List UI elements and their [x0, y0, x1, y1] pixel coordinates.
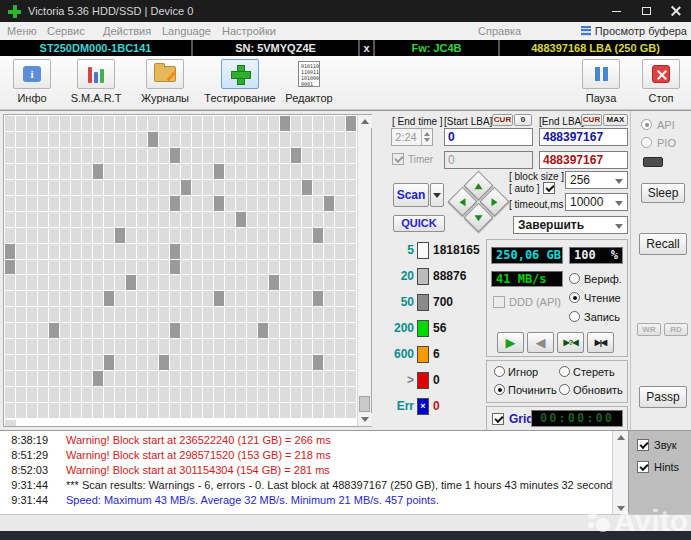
- action-label: Стереть: [573, 366, 615, 378]
- block-map-grid[interactable]: [4, 115, 357, 419]
- auto-checkbox[interactable]: [543, 182, 555, 194]
- rd-button[interactable]: RD: [664, 323, 688, 336]
- mode-label: Вериф.: [584, 273, 622, 285]
- grid-timer-box: Grid 00:00:00: [486, 406, 628, 431]
- ddd-checkbox[interactable]: [493, 296, 505, 308]
- log-scroll-up-icon[interactable]: [613, 431, 628, 444]
- log-time: 8:52:03: [0, 463, 48, 478]
- pio-radio[interactable]: [641, 137, 652, 148]
- progress-percent-display: 100%: [569, 247, 623, 264]
- scan-dropdown-button[interactable]: [430, 183, 444, 207]
- sound-option[interactable]: Звук: [637, 439, 677, 451]
- device-serial: SN: 5VMYQZ4E: [193, 40, 360, 56]
- legend-threshold-label: 600: [388, 347, 414, 361]
- log-entry: 8:38:19Warning! Block start at 236522240…: [0, 433, 610, 448]
- test-cross-icon: [230, 64, 250, 84]
- legend-color-block: [417, 294, 429, 311]
- close-icon: [671, 6, 681, 16]
- start-lba-zero-button[interactable]: 0: [514, 114, 532, 126]
- info-button[interactable]: i Инфо: [0, 59, 64, 104]
- timer-input[interactable]: 0: [444, 151, 533, 169]
- scrollbar-thumb[interactable]: [359, 396, 370, 412]
- end-lba-input[interactable]: 488397167: [539, 128, 628, 146]
- menu-item-1[interactable]: Меню: [7, 25, 37, 37]
- api-radio[interactable]: [641, 119, 652, 130]
- scan-button[interactable]: Scan: [393, 183, 429, 207]
- buffer-list-icon: [581, 26, 591, 36]
- scroll-up-icon[interactable]: [358, 115, 372, 128]
- seek-end-button[interactable]: ▶|◀: [587, 332, 614, 353]
- buffer-view-button[interactable]: Просмотр буфера: [581, 25, 687, 37]
- menu-item-5[interactable]: Настройки: [222, 25, 276, 37]
- up-arrow-icon: [475, 183, 483, 189]
- legend-threshold-label: Err: [388, 399, 414, 413]
- hints-checkbox[interactable]: [637, 461, 649, 473]
- action-radio-4[interactable]: [559, 384, 570, 395]
- sound-checkbox[interactable]: [637, 439, 649, 451]
- last-block-display: 488397167: [539, 151, 628, 169]
- back-button[interactable]: ◀: [527, 332, 554, 353]
- stop-button[interactable]: Стоп: [633, 59, 689, 104]
- mode-radio-1[interactable]: [569, 273, 580, 284]
- activity-indicator: [643, 157, 663, 167]
- mode-radio-2[interactable]: [569, 292, 580, 303]
- action-radio-3[interactable]: [494, 384, 505, 395]
- mode-radio-3[interactable]: [569, 311, 580, 322]
- timeout-select[interactable]: 10000: [565, 193, 628, 211]
- legend-count: 0: [433, 399, 440, 413]
- playback-controls: ▶◀▶?◀▶|◀: [497, 332, 614, 353]
- recall-button[interactable]: Recall: [639, 233, 687, 255]
- end-lba-cur-button[interactable]: CUR: [581, 114, 602, 126]
- test-button[interactable]: Тестирование: [203, 59, 277, 104]
- spinner-arrows-icon[interactable]: [421, 129, 432, 145]
- log-panel: 8:38:19Warning! Block start at 236522240…: [0, 430, 691, 514]
- buffer-view-label: Просмотр буфера: [595, 25, 687, 37]
- grid-checkbox[interactable]: [492, 413, 504, 425]
- maximize-button[interactable]: [631, 0, 661, 22]
- title-bar: Victoria 5.36 HDD/SSD | Device 0: [0, 0, 691, 22]
- logs-button[interactable]: Журналы: [133, 59, 197, 104]
- passp-button[interactable]: Passp: [639, 386, 687, 408]
- action-radio-1[interactable]: [494, 366, 505, 377]
- start-lba-cur-button[interactable]: CUR: [492, 114, 513, 126]
- legend-count: 56: [433, 321, 446, 335]
- menu-item-4[interactable]: Language: [162, 25, 211, 37]
- seek-test-button[interactable]: ▶?◀: [557, 332, 584, 353]
- close-button[interactable]: [661, 0, 691, 22]
- block-size-select[interactable]: 256: [565, 171, 628, 189]
- legend-threshold-label: 50: [388, 295, 414, 309]
- wr-button[interactable]: WR: [637, 323, 661, 336]
- menu-item-6[interactable]: Справка: [478, 25, 521, 37]
- menu-item-2[interactable]: Сервис: [47, 25, 85, 37]
- finish-action-select[interactable]: Завершить: [513, 216, 628, 234]
- timer-checkbox[interactable]: [392, 153, 404, 165]
- main-area: [ End time ] [Start LBA] CUR 0 [End LBA]…: [0, 110, 691, 430]
- menu-bar: МенюСервисДействияLanguageНастройкиСправ…: [0, 22, 691, 40]
- legend-threshold-label: 20: [388, 269, 414, 283]
- legend-count: 1818165: [433, 243, 480, 257]
- play-button[interactable]: ▶: [497, 332, 524, 353]
- end-lba-label: [End LBA]: [539, 116, 584, 127]
- right-panel: API PIO Sleep Recall WR RD Passp: [630, 111, 691, 431]
- minimize-button[interactable]: [601, 0, 631, 22]
- action-radio-2[interactable]: [559, 366, 570, 377]
- select-arrow-icon: [615, 179, 623, 184]
- block-map-scrollbar[interactable]: [357, 115, 371, 426]
- log-side-panel: Звук Hints: [628, 431, 691, 515]
- smart-button[interactable]: S.M.A.R.T: [64, 59, 128, 104]
- start-lba-input[interactable]: 0: [444, 128, 533, 146]
- quick-button[interactable]: QUICK: [393, 215, 445, 232]
- sleep-button[interactable]: Sleep: [641, 183, 685, 203]
- scroll-down-icon[interactable]: [358, 413, 372, 426]
- dropdown-arrow-icon: [433, 193, 441, 198]
- ddd-api-option[interactable]: DDD (API): [493, 296, 561, 308]
- end-lba-max-button[interactable]: MAX: [603, 114, 628, 126]
- legend-row-600: 6006: [388, 341, 488, 367]
- editor-button[interactable]: 010110 110011 101000 0001 Редактор: [277, 59, 341, 104]
- end-time-spinner[interactable]: 2:24: [391, 128, 433, 146]
- log-text: Warning! Block start at 298571520 (153 G…: [66, 448, 331, 463]
- pause-button[interactable]: Пауза: [573, 59, 629, 104]
- log-scrollbar[interactable]: [612, 431, 628, 515]
- hints-option[interactable]: Hints: [637, 461, 679, 473]
- menu-item-3[interactable]: Действия: [103, 25, 151, 37]
